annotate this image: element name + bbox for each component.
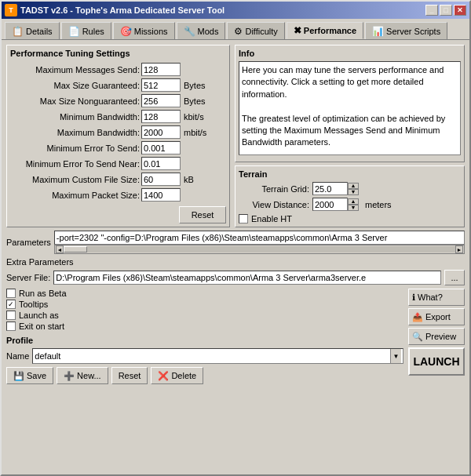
terrain-grid-row: Terrain Grid: ▲ ▼ bbox=[239, 182, 461, 195]
field-max-bandwidth: Maximum Bandwidth: mbit/s bbox=[10, 125, 226, 139]
field-max-size-nonguaranteed: Max Size Nonguaranteed: Bytes bbox=[10, 94, 226, 107]
view-distance-label: View Distance: bbox=[239, 200, 309, 209]
scroll-thumb[interactable] bbox=[64, 246, 87, 253]
min-bandwidth-input[interactable] bbox=[141, 110, 181, 123]
preview-icon: 🔍 bbox=[412, 332, 423, 342]
mods-icon: 🔧 bbox=[184, 26, 195, 37]
export-button[interactable]: 📤 Export bbox=[408, 308, 465, 325]
app-icon: T bbox=[5, 4, 17, 16]
browse-button[interactable]: ... bbox=[444, 270, 465, 285]
profile-title: Profile bbox=[6, 336, 403, 345]
view-distance-input[interactable] bbox=[312, 198, 348, 211]
tooltips-label: Tooltips bbox=[19, 300, 48, 309]
info-title: Info bbox=[239, 49, 461, 58]
profile-value: default bbox=[35, 351, 60, 361]
terrain-grid-spinner-btns: ▲ ▼ bbox=[348, 183, 359, 195]
max-bandwidth-input[interactable] bbox=[141, 125, 181, 139]
max-packet-size-input[interactable] bbox=[141, 188, 181, 202]
missions-icon: 🎯 bbox=[120, 26, 132, 37]
launch-as-checkbox[interactable] bbox=[6, 311, 16, 320]
run-as-beta-checkbox[interactable] bbox=[6, 289, 16, 298]
new-button[interactable]: ➕ New... bbox=[57, 367, 108, 384]
title-bar: T TADST v2.6 - Tophe's Arma Dedicated Se… bbox=[2, 2, 469, 19]
profile-section: Run as Beta Tooltips Launch as Exit on s… bbox=[6, 289, 403, 384]
parameters-scrollbar[interactable]: ◄ ► bbox=[54, 245, 465, 254]
tab-difficulty[interactable]: ⚙ Difficulty bbox=[227, 22, 284, 39]
perf-reset-button[interactable]: Reset bbox=[179, 206, 226, 223]
rules-icon: 📄 bbox=[68, 26, 80, 37]
main-content: Performance Tuning Settings Maximum Mess… bbox=[2, 39, 469, 474]
details-icon: 📋 bbox=[12, 26, 24, 37]
field-max-packet-size: Maximum Packet Size: bbox=[10, 188, 226, 202]
performance-tuning-panel: Performance Tuning Settings Maximum Mess… bbox=[6, 45, 230, 227]
tab-performance[interactable]: ✖ Performance bbox=[287, 22, 363, 39]
launch-as-label: Launch as bbox=[19, 311, 59, 320]
info-text[interactable]: Here you can may tune the servers perfor… bbox=[239, 61, 461, 155]
top-section: Performance Tuning Settings Maximum Mess… bbox=[6, 45, 465, 227]
new-icon: ➕ bbox=[64, 371, 75, 381]
window-controls: _ □ ✕ bbox=[425, 5, 466, 16]
min-error-send-near-input[interactable] bbox=[141, 157, 181, 170]
what-button[interactable]: ℹ What? bbox=[408, 289, 465, 306]
bottom-section: Run as Beta Tooltips Launch as Exit on s… bbox=[6, 289, 465, 384]
view-distance-row: View Distance: ▲ ▼ meters bbox=[239, 198, 461, 211]
tooltips-checkbox[interactable] bbox=[6, 300, 16, 309]
server-file-label: Server File: bbox=[6, 273, 50, 282]
exit-on-start-checkbox[interactable] bbox=[6, 322, 16, 331]
max-size-guaranteed-input[interactable] bbox=[141, 78, 181, 92]
field-min-error-send-near: Minimum Error To Send Near: bbox=[10, 157, 226, 170]
tab-missions[interactable]: 🎯 Missions bbox=[113, 22, 175, 39]
terrain-box: Terrain Terrain Grid: ▲ ▼ View Distance: bbox=[235, 165, 465, 227]
scroll-left-btn[interactable]: ◄ bbox=[56, 245, 64, 253]
panel-title: Performance Tuning Settings bbox=[10, 49, 226, 58]
view-distance-spinner-btns: ▲ ▼ bbox=[348, 198, 359, 211]
field-max-custom-file: Maximum Custom File Size: kB bbox=[10, 173, 226, 186]
parameters-input[interactable] bbox=[54, 231, 465, 245]
field-min-bandwidth: Minimum Bandwidth: kbit/s bbox=[10, 110, 226, 123]
max-size-nonguaranteed-input[interactable] bbox=[141, 94, 181, 107]
server-file-input[interactable] bbox=[53, 271, 441, 285]
launch-button[interactable]: LAUNCH bbox=[408, 347, 465, 376]
preview-button[interactable]: 🔍 Preview bbox=[408, 328, 465, 345]
tab-rules[interactable]: 📄 Rules bbox=[61, 22, 111, 39]
tab-mods[interactable]: 🔧 Mods bbox=[177, 22, 226, 39]
min-error-send-input[interactable] bbox=[141, 141, 181, 154]
extra-params-label: Extra Parameters bbox=[6, 257, 465, 267]
maximize-button[interactable]: □ bbox=[440, 5, 452, 16]
performance-icon: ✖ bbox=[294, 25, 301, 36]
scroll-track bbox=[64, 246, 455, 253]
terrain-grid-input[interactable] bbox=[312, 182, 348, 195]
server-scripts-icon: 📊 bbox=[372, 26, 384, 37]
max-custom-file-input[interactable] bbox=[141, 173, 181, 186]
view-distance-up[interactable]: ▲ bbox=[348, 198, 359, 205]
save-button[interactable]: 💾 Save bbox=[6, 367, 53, 384]
field-max-size-guaranteed: Max Size Guaranteed: Bytes bbox=[10, 78, 226, 92]
difficulty-icon: ⚙ bbox=[234, 26, 243, 37]
tab-details[interactable]: 📋 Details bbox=[5, 22, 60, 39]
tab-server-scripts[interactable]: 📊 Server Scripts bbox=[365, 22, 447, 39]
field-min-error-send: Minimum Error To Send: bbox=[10, 141, 226, 154]
profile-name-label: Name bbox=[6, 351, 29, 361]
max-messages-input[interactable] bbox=[141, 63, 181, 76]
terrain-grid-label: Terrain Grid: bbox=[239, 184, 309, 194]
close-button[interactable]: ✕ bbox=[454, 5, 466, 16]
enable-ht-checkbox[interactable] bbox=[239, 214, 248, 223]
tooltips-row: Tooltips bbox=[6, 300, 403, 309]
view-distance-down[interactable]: ▼ bbox=[348, 205, 359, 211]
parameters-outer: ◄ ► bbox=[54, 231, 465, 254]
terrain-grid-up[interactable]: ▲ bbox=[348, 183, 359, 189]
field-max-messages: Maximum Messages Send: bbox=[10, 63, 226, 76]
right-panel: Info Here you can may tune the servers p… bbox=[235, 45, 465, 227]
exit-on-start-label: Exit on start bbox=[19, 322, 64, 331]
distance-unit: meters bbox=[365, 200, 392, 209]
reset-profile-button[interactable]: Reset bbox=[111, 367, 148, 384]
main-window: T TADST v2.6 - Tophe's Arma Dedicated Se… bbox=[0, 0, 471, 476]
scroll-right-btn[interactable]: ► bbox=[455, 245, 463, 253]
delete-button[interactable]: ❌ Delete bbox=[151, 367, 203, 384]
delete-icon: ❌ bbox=[158, 371, 169, 381]
save-icon: 💾 bbox=[13, 371, 24, 381]
export-icon: 📤 bbox=[412, 312, 423, 322]
minimize-button[interactable]: _ bbox=[425, 5, 438, 16]
profile-dropdown[interactable]: default ▼ bbox=[32, 348, 403, 364]
terrain-grid-down[interactable]: ▼ bbox=[348, 189, 359, 195]
